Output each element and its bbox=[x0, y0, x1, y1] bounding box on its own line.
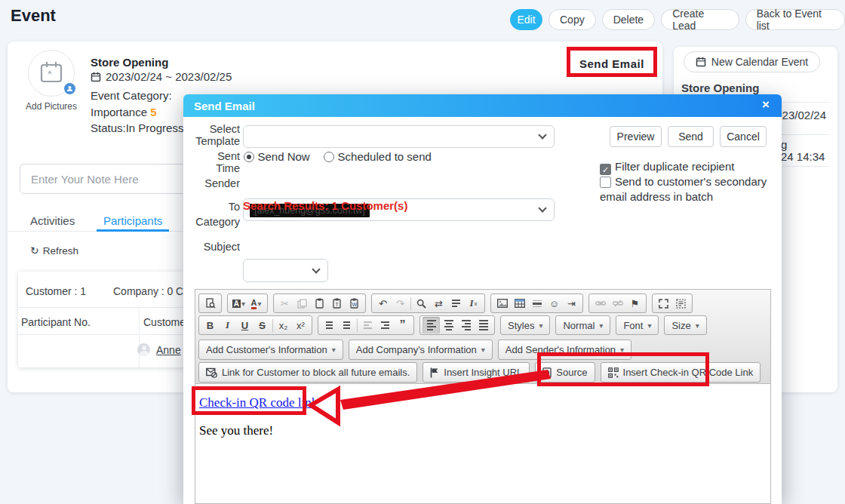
select-all-icon[interactable] bbox=[447, 300, 465, 307]
page-break-icon[interactable]: ⇥ bbox=[563, 298, 580, 309]
remove-format-icon[interactable]: Ix bbox=[465, 297, 482, 309]
show-blocks-icon[interactable] bbox=[672, 299, 690, 309]
source-button[interactable]: Source bbox=[535, 362, 595, 383]
template-select[interactable] bbox=[243, 125, 555, 148]
add-customer-info-button[interactable]: Add Customer's Information▾ bbox=[198, 340, 343, 360]
editor-content[interactable]: Check-in QR code link See you there! bbox=[195, 385, 770, 503]
preview-icon[interactable] bbox=[201, 298, 219, 309]
add-company-info-button[interactable]: Add Company's Information▾ bbox=[349, 340, 493, 360]
align-right-icon[interactable] bbox=[457, 320, 475, 330]
underline-icon[interactable]: U bbox=[236, 320, 254, 331]
tab-participants[interactable]: Participants bbox=[103, 214, 162, 227]
create-lead-button[interactable]: Create Lead bbox=[661, 9, 739, 30]
insert-checkin-qr-button[interactable]: Insert Check-in QR Code Link bbox=[601, 362, 761, 383]
table-icon[interactable] bbox=[511, 299, 528, 308]
add-sender-info-button[interactable]: Add Sender's Information▾ bbox=[498, 340, 631, 360]
event-date-row: 2023/02/24 ~ 2023/02/25 bbox=[91, 70, 232, 83]
italic-icon[interactable]: I bbox=[219, 319, 236, 331]
paste-from-word-icon[interactable]: W bbox=[346, 298, 363, 309]
send-email-button[interactable]: Send Email bbox=[579, 57, 644, 70]
sidebar-text-fragment: g bbox=[781, 138, 787, 151]
category-label: Category bbox=[183, 216, 240, 228]
paste-as-text-icon[interactable]: T bbox=[328, 298, 346, 309]
background-color-icon[interactable]: A▾ bbox=[230, 300, 247, 308]
send-now-label: Send Now bbox=[257, 150, 309, 163]
find-icon[interactable] bbox=[413, 299, 430, 309]
chevron-down-icon bbox=[312, 265, 320, 273]
toolbar-row-3: Add Customer's Information▾ Add Company'… bbox=[198, 340, 631, 360]
page: Event Edit Copy Delete Create Lead Back … bbox=[0, 0, 845, 504]
edit-button[interactable]: Edit bbox=[510, 9, 542, 30]
cancel-button[interactable]: Cancel bbox=[720, 126, 767, 147]
tab-activities[interactable]: Activities bbox=[30, 214, 75, 227]
new-calendar-event-button[interactable]: New Calendar Event bbox=[684, 51, 820, 72]
paste-icon[interactable] bbox=[311, 298, 328, 309]
blockquote-icon[interactable]: ” bbox=[394, 318, 411, 332]
replace-icon[interactable]: ⇄ bbox=[430, 298, 447, 309]
customer-avatar-icon bbox=[137, 343, 150, 356]
category-select[interactable] bbox=[243, 259, 328, 282]
strikethrough-icon[interactable]: S bbox=[254, 320, 271, 331]
undo-icon[interactable]: ↶ bbox=[374, 298, 392, 309]
link-icon[interactable] bbox=[592, 300, 609, 306]
calendar-icon bbox=[696, 57, 706, 67]
svg-text:W: W bbox=[352, 302, 358, 307]
filter-duplicate-checkbox-row[interactable]: ✓Filter duplicate recipient bbox=[600, 159, 764, 175]
preview-button[interactable]: Preview bbox=[610, 126, 662, 147]
event-avatar[interactable] bbox=[28, 50, 75, 97]
maximize-icon[interactable] bbox=[655, 299, 672, 309]
decrease-indent-icon[interactable] bbox=[359, 321, 376, 329]
chevron-down-icon bbox=[538, 131, 546, 139]
summary-company: Company : 0 bbox=[113, 285, 173, 297]
send-button[interactable]: Send bbox=[668, 126, 714, 147]
format-dropdown[interactable]: Normal▾ bbox=[558, 320, 607, 331]
copy-icon[interactable] bbox=[293, 299, 311, 309]
align-justify-icon[interactable] bbox=[475, 320, 492, 330]
sender-label: Sender bbox=[183, 177, 240, 189]
size-dropdown[interactable]: Size▾ bbox=[667, 320, 703, 331]
source-icon bbox=[542, 367, 552, 378]
select-template-label: SelectTemplate bbox=[183, 123, 240, 147]
send-now-radio[interactable] bbox=[244, 152, 254, 162]
image-icon[interactable] bbox=[493, 299, 511, 308]
checkbox-checked-icon[interactable]: ✓ bbox=[600, 164, 611, 175]
send-email-modal: Send Email × SelectTemplate Preview Send… bbox=[183, 94, 782, 504]
checkin-qr-link[interactable]: Check-in QR code link bbox=[199, 395, 318, 410]
bold-icon[interactable]: B bbox=[201, 320, 219, 331]
smiley-icon[interactable]: ☺ bbox=[545, 298, 563, 309]
sent-time-radios: Send Now Scheduled to send bbox=[244, 150, 432, 164]
insert-insight-url-button[interactable]: Insert Insight URL bbox=[422, 362, 530, 383]
align-left-icon[interactable] bbox=[422, 317, 440, 333]
copy-button[interactable]: Copy bbox=[548, 9, 596, 30]
block-future-emails-button[interactable]: Link for Customer to block all future em… bbox=[198, 362, 417, 383]
customer-link[interactable]: Anne bbox=[156, 344, 181, 356]
horizontal-line-icon[interactable] bbox=[528, 300, 545, 307]
column-participant-no: Participant No. bbox=[21, 316, 91, 328]
superscript-icon[interactable]: x² bbox=[292, 320, 309, 331]
unlink-icon[interactable] bbox=[609, 300, 626, 307]
anchor-icon[interactable]: ⚑ bbox=[626, 298, 644, 309]
cut-icon[interactable]: ✂ bbox=[276, 298, 293, 309]
increase-indent-icon[interactable] bbox=[376, 321, 394, 329]
refresh-label: Refresh bbox=[43, 245, 78, 257]
delete-button[interactable]: Delete bbox=[602, 9, 655, 30]
subscript-icon[interactable]: x₂ bbox=[275, 320, 292, 331]
toolbar-row-1: A▾ A▾ ✂ T bbox=[198, 293, 693, 313]
styles-dropdown[interactable]: Styles▾ bbox=[503, 320, 547, 331]
flag-icon bbox=[430, 367, 439, 378]
text-color-icon[interactable]: A▾ bbox=[247, 298, 265, 309]
secondary-email-checkbox-row[interactable]: Send to customer's secondary email addre… bbox=[600, 174, 767, 204]
close-icon[interactable]: × bbox=[762, 97, 770, 112]
bullet-list-icon[interactable] bbox=[338, 321, 355, 329]
font-dropdown[interactable]: Font▾ bbox=[619, 320, 656, 331]
checkbox-unchecked-icon[interactable] bbox=[600, 177, 611, 188]
modal-header: Send Email × bbox=[183, 94, 782, 117]
scheduled-radio[interactable] bbox=[324, 152, 334, 162]
refresh-button[interactable]: ↻ Refresh bbox=[30, 244, 78, 257]
event-category-label: Event Category: bbox=[91, 89, 172, 102]
add-pictures-label[interactable]: Add Pictures bbox=[23, 101, 80, 112]
back-to-event-list-button[interactable]: Back to Event list bbox=[745, 9, 845, 30]
align-center-icon[interactable] bbox=[440, 320, 457, 330]
numbered-list-icon[interactable] bbox=[321, 321, 338, 329]
redo-icon[interactable]: ↷ bbox=[392, 298, 409, 309]
